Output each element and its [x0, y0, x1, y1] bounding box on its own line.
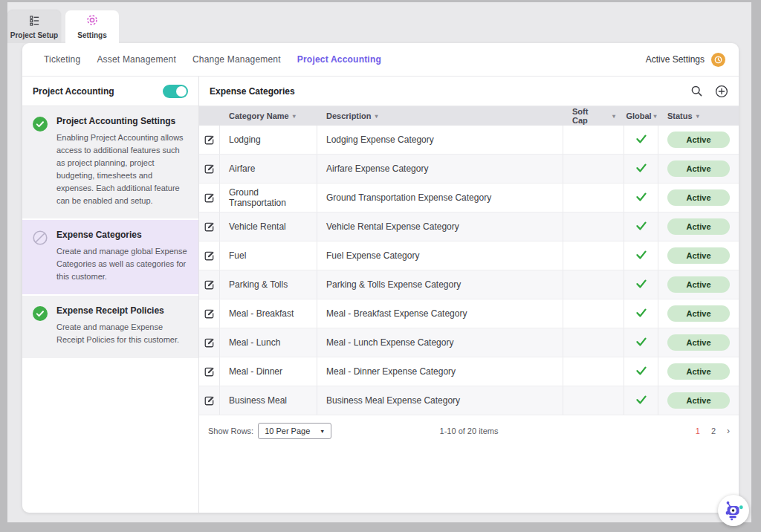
- global-check-icon: [635, 337, 647, 349]
- per-page-select[interactable]: 10 Per Page ▼: [258, 423, 331, 439]
- category-description: Parking & Tolls Expense Category: [326, 279, 461, 290]
- sort-caret-icon: ▾: [696, 113, 699, 120]
- table-row: Ground Transportation Ground Transportat…: [199, 184, 739, 213]
- edit-cell: [199, 386, 220, 415]
- table-row: Business Meal Business Meal Expense Cate…: [199, 386, 739, 415]
- category-name: Fuel: [229, 250, 246, 261]
- sidebar-item-expense-categories[interactable]: Expense Categories Create and manage glo…: [22, 220, 198, 296]
- content-filler: [199, 447, 739, 513]
- table-row: Airfare Airfare Expense Category Active: [199, 155, 739, 184]
- global-check-icon: [635, 163, 647, 175]
- sidebar-item-expense-receipt-policies[interactable]: Expense Receipt Policies Create and mana…: [22, 296, 198, 359]
- edit-row-icon[interactable]: [204, 192, 215, 204]
- status-cell: Active: [658, 386, 739, 415]
- status-badge: Active: [667, 247, 730, 264]
- category-description: Meal - Dinner Expense Category: [326, 366, 456, 377]
- edit-row-icon[interactable]: [204, 366, 215, 377]
- category-name: Vehicle Rental: [229, 221, 286, 232]
- nav-item-change-management[interactable]: Change Management: [184, 54, 289, 65]
- column-header-soft-cap[interactable]: Soft Cap ▾: [563, 107, 624, 125]
- column-header-category-name[interactable]: Category Name ▾: [220, 111, 317, 120]
- category-name: Business Meal: [229, 395, 287, 406]
- check-circle-icon: [33, 306, 48, 346]
- edit-cell: [199, 126, 220, 154]
- search-icon[interactable]: [690, 85, 703, 97]
- category-name-cell: Airfare: [220, 155, 317, 183]
- edit-row-icon[interactable]: [204, 337, 215, 348]
- description-cell: Meal - Lunch Expense Category: [317, 328, 563, 357]
- category-name-cell: Vehicle Rental: [220, 213, 317, 241]
- table-actions: [690, 85, 728, 98]
- gear-icon: [86, 14, 98, 29]
- edit-row-icon[interactable]: [204, 134, 215, 146]
- sidebar-item-body: Expense Categories Create and manage glo…: [56, 230, 188, 283]
- soft-cap-cell: [563, 241, 624, 270]
- settings-card: Ticketing Asset Management Change Manage…: [22, 43, 739, 513]
- description-cell: Business Meal Expense Category: [317, 386, 563, 415]
- content-panel: Expense Categories: [199, 77, 739, 513]
- edit-row-icon[interactable]: [204, 279, 215, 291]
- nav-item-asset-management[interactable]: Asset Management: [88, 54, 184, 65]
- next-page-chevron-icon[interactable]: ›: [727, 426, 730, 436]
- check-circle-icon: [33, 117, 48, 207]
- edit-row-icon[interactable]: [204, 221, 215, 233]
- add-circle-icon[interactable]: [715, 85, 728, 98]
- tab-project-setup[interactable]: Project Setup: [7, 10, 61, 43]
- soft-cap-cell: [563, 184, 624, 212]
- category-description: Business Meal Expense Category: [326, 395, 460, 406]
- description-cell: Vehicle Rental Expense Category: [317, 213, 563, 241]
- sidebar-item-description: Create and manage Expense Receipt Polici…: [56, 321, 188, 346]
- column-label: Soft Cap: [572, 107, 605, 125]
- column-header-status[interactable]: Status ▾: [658, 111, 739, 120]
- global-check-icon: [635, 134, 647, 146]
- soft-cap-cell: [563, 328, 624, 357]
- category-name-cell: Ground Transportation: [220, 184, 317, 212]
- status-badge: Active: [667, 276, 730, 293]
- status-cell: Active: [658, 270, 739, 299]
- column-header-global[interactable]: Global ▾: [624, 111, 658, 120]
- category-name: Airfare: [229, 163, 255, 174]
- category-description: Fuel Expense Category: [326, 250, 419, 261]
- status-cell: Active: [658, 241, 739, 270]
- main-area: Project Accounting Project Accounting Se…: [22, 77, 739, 513]
- edit-row-icon[interactable]: [204, 308, 215, 319]
- app-window: Project Setup Settings Ticketing Asset M…: [0, 0, 761, 532]
- global-check-icon: [635, 279, 647, 291]
- history-clock-icon[interactable]: [711, 53, 725, 67]
- tab-settings[interactable]: Settings: [65, 10, 119, 43]
- table-row: Vehicle Rental Vehicle Rental Expense Ca…: [199, 213, 739, 241]
- category-name-cell: Business Meal: [220, 386, 317, 415]
- edit-row-icon[interactable]: [204, 395, 215, 406]
- nav-item-ticketing[interactable]: Ticketing: [36, 54, 88, 65]
- edit-row-icon[interactable]: [204, 250, 215, 262]
- edit-cell: [199, 270, 220, 299]
- category-name: Lodging: [229, 134, 261, 145]
- sidebar-item-project-accounting-settings[interactable]: Project Accounting Settings Enabling Pro…: [22, 106, 198, 220]
- items-range-label: 1-10 of 20 items: [440, 426, 499, 435]
- category-description: Vehicle Rental Expense Category: [326, 221, 459, 232]
- soft-cap-cell: [563, 270, 624, 299]
- table-column-header-row: Category Name ▾ Description ▾ Soft Cap ▾…: [199, 106, 739, 126]
- nav-item-project-accounting[interactable]: Project Accounting: [289, 54, 389, 65]
- pagination: 1 2 ›: [696, 426, 730, 436]
- edit-cell: [199, 184, 220, 212]
- column-header-description[interactable]: Description ▾: [317, 111, 563, 120]
- column-label: Status: [667, 111, 693, 120]
- project-accounting-toggle[interactable]: [163, 85, 188, 98]
- category-name: Meal - Breakfast: [229, 308, 294, 319]
- description-cell: Parking & Tolls Expense Category: [317, 270, 563, 299]
- global-cell: [624, 241, 658, 270]
- mascot-chat-widget[interactable]: [718, 495, 749, 526]
- page-2-button[interactable]: 2: [711, 426, 716, 435]
- edit-row-icon[interactable]: [204, 163, 215, 175]
- page-1-button[interactable]: 1: [696, 426, 700, 435]
- status-badge: Active: [667, 218, 730, 235]
- status-badge: Active: [667, 189, 730, 206]
- window-tab-bar: Project Setup Settings: [7, 10, 119, 43]
- sidebar-item-description: Create and manage global Expense Categor…: [56, 245, 188, 283]
- status-cell: Active: [658, 155, 739, 183]
- sidebar-header: Project Accounting: [22, 77, 198, 106]
- global-check-icon: [635, 366, 647, 378]
- edit-cell: [199, 299, 220, 328]
- status-badge: Active: [667, 132, 730, 148]
